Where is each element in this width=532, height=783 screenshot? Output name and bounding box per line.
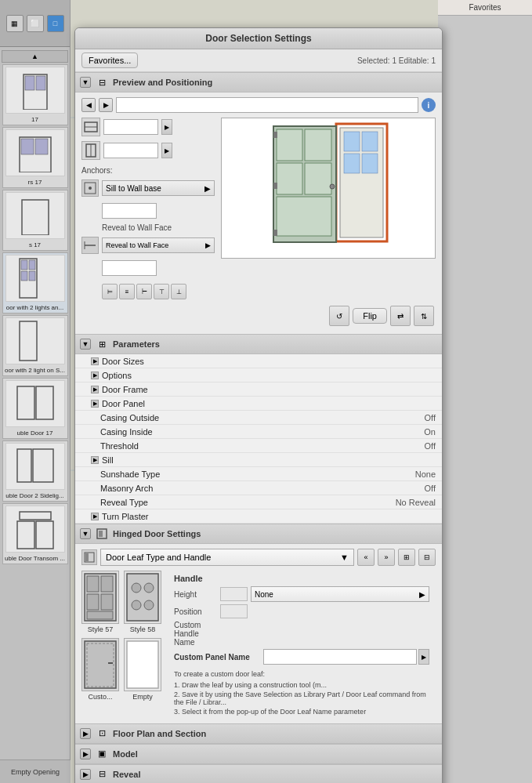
param-toggle[interactable]: ▶ bbox=[91, 357, 99, 365]
param-toggle[interactable]: ▶ bbox=[91, 400, 99, 408]
reveal-value-input[interactable]: 60 bbox=[102, 260, 157, 276]
handle-type-dropdown[interactable]: None ▶ bbox=[251, 586, 429, 602]
model-section[interactable]: ▶ ▣ Model bbox=[75, 744, 442, 764]
sill-dropdown[interactable]: Sill to Wall base ▶ bbox=[102, 180, 215, 196]
svg-point-64 bbox=[144, 583, 154, 593]
toolbar-icon-1[interactable]: ▦ bbox=[6, 15, 24, 32]
param-row[interactable]: ▶ Options bbox=[75, 368, 442, 382]
item-label: rs 17 bbox=[28, 179, 42, 186]
param-row[interactable]: ▶ Turn Plaster bbox=[75, 509, 442, 524]
favorites-button[interactable]: Favorites... bbox=[81, 53, 138, 68]
width-input[interactable]: 1022 bbox=[103, 119, 158, 135]
handle-panel: Handle Height 0 None ▶ Position 0 Custom… bbox=[168, 571, 436, 719]
align-right-icon[interactable]: ⊢ bbox=[136, 284, 152, 299]
list-item[interactable]: uble Door 2 Sidelig... bbox=[2, 440, 68, 502]
preview-toolbar-row: ↺ Flip ⇄ ⇅ bbox=[81, 303, 436, 329]
empty-style-item[interactable]: Empty bbox=[124, 638, 161, 701]
svg-rect-22 bbox=[36, 386, 53, 419]
params-content: ▶ Door Sizes ▶ Options ▶ Door Frame ▶ Do… bbox=[75, 354, 442, 524]
door-name-input[interactable]: Door 17 bbox=[116, 97, 418, 113]
hinged-toggle[interactable]: ▼ bbox=[80, 528, 91, 539]
custom-panel-label: Custom Panel Name bbox=[174, 653, 260, 662]
preview-section-title: Preview and Positioning bbox=[113, 78, 212, 87]
svg-rect-44 bbox=[344, 132, 360, 151]
prev-btn[interactable]: ◀ bbox=[81, 98, 96, 112]
leaf-type-dropdown[interactable]: Door Leaf Type and Handle ▼ bbox=[100, 549, 354, 566]
leaf-next-btn[interactable]: » bbox=[378, 549, 395, 566]
height-row: 2228 ▶ bbox=[81, 141, 215, 160]
reveal-section[interactable]: ▶ ⊟ Reveal bbox=[75, 764, 442, 783]
param-row[interactable]: ▶ Door Sizes bbox=[75, 354, 442, 368]
anchor-icon bbox=[81, 179, 99, 197]
handle-height-input[interactable]: 0 bbox=[220, 587, 248, 601]
align-top-icon[interactable]: ⊤ bbox=[154, 284, 169, 299]
leaf-options-btn[interactable]: ⊟ bbox=[418, 549, 436, 566]
svg-rect-26 bbox=[17, 521, 34, 549]
rotate-icon[interactable]: ↺ bbox=[329, 306, 349, 326]
list-item[interactable]: uble Door 17 bbox=[2, 378, 68, 439]
reveal-toggle[interactable]: ▶ bbox=[80, 769, 91, 780]
param-row[interactable]: Reveal Type No Reveal bbox=[75, 495, 442, 509]
leaf-expand-btn[interactable]: ⊞ bbox=[398, 549, 415, 566]
param-name: Options bbox=[102, 371, 373, 380]
param-toggle[interactable]: ▶ bbox=[91, 513, 99, 520]
svg-rect-61 bbox=[87, 611, 113, 619]
toolbar-icon-3[interactable]: □ bbox=[47, 15, 64, 32]
align-left-icon[interactable]: ⊨ bbox=[102, 284, 118, 299]
height-stepper[interactable]: ▶ bbox=[161, 143, 172, 158]
preview-content: ◀ ▶ Door 17 i 1022 ▶ bbox=[75, 92, 442, 334]
param-row[interactable]: Sunshade Type None bbox=[75, 467, 442, 481]
params-toggle[interactable]: ▼ bbox=[80, 339, 91, 350]
param-row[interactable]: Casing Outside Off bbox=[75, 411, 442, 425]
list-item[interactable]: s 17 bbox=[2, 190, 68, 251]
scroll-up-btn[interactable]: ▲ bbox=[2, 50, 68, 63]
style-58-item[interactable]: Style 58 bbox=[124, 571, 161, 633]
toolbar-icon-2[interactable]: ⬜ bbox=[27, 15, 44, 32]
list-item[interactable]: oor with 2 lights an... bbox=[2, 252, 68, 314]
custom-style-item[interactable]: Custo... bbox=[81, 638, 119, 701]
selected-info: Selected: 1 Editable: 1 bbox=[357, 56, 436, 65]
leaf-prev-btn[interactable]: « bbox=[357, 549, 375, 566]
custom-panel-btn[interactable]: ▶ bbox=[418, 649, 429, 665]
handle-position-input[interactable]: 0 bbox=[220, 604, 248, 618]
list-item[interactable]: uble Door Transom ... bbox=[2, 503, 68, 564]
mirror-v-icon[interactable]: ⇅ bbox=[414, 306, 434, 326]
param-row-masonry[interactable]: Masonry Arch Off bbox=[75, 481, 442, 495]
info-button[interactable]: i bbox=[422, 98, 436, 112]
param-name-masonry: Masonry Arch bbox=[100, 484, 373, 493]
param-row[interactable]: Casing Inside On bbox=[75, 425, 442, 439]
param-toggle[interactable]: ▶ bbox=[91, 456, 99, 464]
item-preview bbox=[5, 317, 65, 364]
align-bottom-icon[interactable]: ⊥ bbox=[171, 284, 186, 299]
style-57-item[interactable]: Style 57 bbox=[81, 571, 119, 633]
sill-value-input[interactable]: 100 bbox=[102, 203, 157, 219]
param-toggle[interactable]: ▶ bbox=[91, 372, 99, 379]
param-toggle[interactable]: ▶ bbox=[91, 386, 99, 393]
align-center-icon[interactable]: ≡ bbox=[119, 284, 135, 299]
height-input[interactable]: 2228 bbox=[103, 143, 158, 158]
custom-panel-input[interactable]: Custom Door Panel I bbox=[263, 649, 417, 665]
model-toggle[interactable]: ▶ bbox=[80, 749, 91, 759]
floor-plan-section[interactable]: ▶ ⊡ Floor Plan and Section bbox=[75, 723, 442, 744]
params-section-title: Parameters bbox=[113, 339, 160, 349]
mirror-h-icon[interactable]: ⇄ bbox=[390, 306, 411, 326]
param-row[interactable]: ▶ Door Frame bbox=[75, 382, 442, 397]
list-item[interactable]: oor with 2 light on S... bbox=[2, 315, 68, 376]
param-row[interactable]: ▶ Door Panel bbox=[75, 397, 442, 411]
reveal-dropdown[interactable]: Reveal to Wall Face ▶ bbox=[102, 237, 215, 253]
empty-opening-bar[interactable]: Empty Opening bbox=[0, 759, 71, 783]
param-row[interactable]: ▶ Sill bbox=[75, 453, 442, 467]
width-stepper[interactable]: ▶ bbox=[161, 119, 172, 135]
flip-button[interactable]: Flip bbox=[353, 308, 387, 324]
param-row-threshold[interactable]: Threshold Off bbox=[75, 439, 442, 453]
left-scroll-area: ▲ 17 rs 17 s 17 oor with 2 lights an... bbox=[0, 47, 70, 569]
list-item[interactable]: rs 17 bbox=[2, 127, 68, 188]
next-btn[interactable]: ▶ bbox=[99, 98, 113, 112]
list-item[interactable]: 17 bbox=[2, 64, 68, 125]
preview-icon: ⊟ bbox=[96, 76, 108, 89]
reveal-value-row: 60 bbox=[81, 260, 215, 276]
dialog: Door Selection Settings Favorites... Sel… bbox=[74, 27, 443, 783]
preview-toggle[interactable]: ▼ bbox=[80, 77, 91, 88]
floor-plan-toggle[interactable]: ▶ bbox=[80, 728, 91, 739]
svg-rect-50 bbox=[273, 183, 277, 189]
